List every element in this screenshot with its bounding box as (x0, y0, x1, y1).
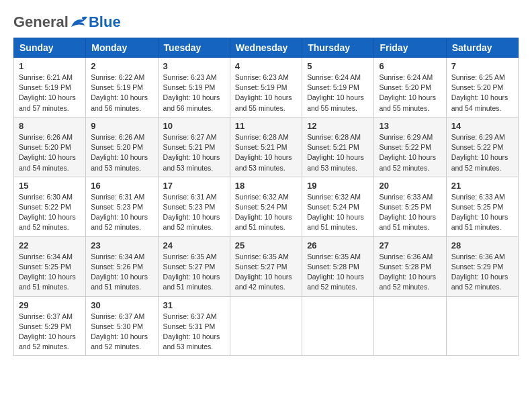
logo-area: General Blue (13, 13, 121, 31)
day-content: Sunrise: 6:33 AMSunset: 5:25 PMDaylight:… (451, 192, 513, 233)
calendar-header-row: SundayMondayTuesdayWednesdayThursdayFrid… (14, 38, 519, 58)
calendar-day-cell: 29 Sunrise: 6:37 AMSunset: 5:29 PMDaylig… (14, 296, 86, 356)
day-number: 27 (379, 240, 441, 250)
weekday-header: Thursday (302, 38, 374, 58)
calendar-table: SundayMondayTuesdayWednesdayThursdayFrid… (13, 38, 519, 356)
calendar-day-cell: 19 Sunrise: 6:32 AMSunset: 5:24 PMDaylig… (302, 177, 374, 236)
calendar-day-cell (230, 296, 302, 356)
calendar-day-cell: 31 Sunrise: 6:37 AMSunset: 5:31 PMDaylig… (158, 296, 230, 356)
header: General Blue (13, 13, 519, 31)
calendar-day-cell (374, 296, 446, 356)
day-content: Sunrise: 6:33 AMSunset: 5:25 PMDaylight:… (379, 192, 441, 233)
weekday-header: Sunday (14, 38, 86, 58)
day-number: 6 (379, 61, 441, 71)
day-number: 23 (91, 240, 152, 250)
day-content: Sunrise: 6:37 AMSunset: 5:30 PMDaylight:… (91, 312, 152, 353)
weekday-header: Wednesday (230, 38, 302, 58)
calendar-day-cell: 5 Sunrise: 6:24 AMSunset: 5:19 PMDayligh… (302, 58, 374, 118)
day-number: 19 (307, 181, 369, 191)
calendar-day-cell: 21 Sunrise: 6:33 AMSunset: 5:25 PMDaylig… (446, 177, 518, 236)
calendar-day-cell: 30 Sunrise: 6:37 AMSunset: 5:30 PMDaylig… (86, 296, 158, 356)
day-content: Sunrise: 6:24 AMSunset: 5:20 PMDaylight:… (379, 73, 441, 113)
day-number: 26 (307, 240, 369, 250)
calendar-day-cell: 22 Sunrise: 6:34 AMSunset: 5:25 PMDaylig… (14, 236, 86, 296)
day-number: 15 (19, 181, 81, 191)
day-content: Sunrise: 6:22 AMSunset: 5:19 PMDaylight:… (91, 73, 152, 113)
calendar-day-cell: 24 Sunrise: 6:35 AMSunset: 5:27 PMDaylig… (158, 236, 230, 296)
calendar-week-row: 29 Sunrise: 6:37 AMSunset: 5:29 PMDaylig… (14, 296, 519, 356)
calendar-day-cell: 12 Sunrise: 6:28 AMSunset: 5:21 PMDaylig… (302, 117, 374, 177)
day-number: 14 (451, 121, 513, 131)
calendar-day-cell: 6 Sunrise: 6:24 AMSunset: 5:20 PMDayligh… (374, 58, 446, 118)
day-number: 11 (235, 121, 297, 131)
day-content: Sunrise: 6:23 AMSunset: 5:19 PMDaylight:… (163, 73, 225, 113)
logo-bird-icon (70, 15, 89, 30)
day-content: Sunrise: 6:31 AMSunset: 5:23 PMDaylight:… (91, 192, 152, 233)
day-number: 16 (91, 181, 152, 191)
calendar-body: 1 Sunrise: 6:21 AMSunset: 5:19 PMDayligh… (14, 58, 519, 356)
logo: General Blue (13, 13, 121, 31)
day-number: 4 (235, 61, 297, 71)
day-number: 2 (91, 61, 152, 71)
day-content: Sunrise: 6:37 AMSunset: 5:29 PMDaylight:… (19, 312, 81, 353)
calendar-day-cell: 11 Sunrise: 6:28 AMSunset: 5:21 PMDaylig… (230, 117, 302, 177)
day-content: Sunrise: 6:21 AMSunset: 5:19 PMDaylight:… (19, 73, 81, 113)
calendar-day-cell: 27 Sunrise: 6:36 AMSunset: 5:28 PMDaylig… (374, 236, 446, 296)
day-number: 9 (91, 121, 152, 131)
calendar-day-cell: 16 Sunrise: 6:31 AMSunset: 5:23 PMDaylig… (86, 177, 158, 236)
calendar-day-cell: 1 Sunrise: 6:21 AMSunset: 5:19 PMDayligh… (14, 58, 86, 118)
calendar-day-cell: 13 Sunrise: 6:29 AMSunset: 5:22 PMDaylig… (374, 117, 446, 177)
calendar-day-cell: 15 Sunrise: 6:30 AMSunset: 5:22 PMDaylig… (14, 177, 86, 236)
calendar-day-cell: 18 Sunrise: 6:32 AMSunset: 5:24 PMDaylig… (230, 177, 302, 236)
day-number: 31 (163, 300, 225, 310)
calendar-day-cell: 8 Sunrise: 6:26 AMSunset: 5:20 PMDayligh… (14, 117, 86, 177)
calendar-day-cell: 20 Sunrise: 6:33 AMSunset: 5:25 PMDaylig… (374, 177, 446, 236)
day-content: Sunrise: 6:27 AMSunset: 5:21 PMDaylight:… (163, 132, 225, 173)
calendar-day-cell: 2 Sunrise: 6:22 AMSunset: 5:19 PMDayligh… (86, 58, 158, 118)
day-number: 5 (307, 61, 369, 71)
calendar-day-cell: 4 Sunrise: 6:23 AMSunset: 5:19 PMDayligh… (230, 58, 302, 118)
day-number: 8 (19, 121, 81, 131)
day-number: 20 (379, 181, 441, 191)
day-number: 25 (235, 240, 297, 250)
calendar-day-cell: 25 Sunrise: 6:35 AMSunset: 5:27 PMDaylig… (230, 236, 302, 296)
day-content: Sunrise: 6:35 AMSunset: 5:28 PMDaylight:… (307, 252, 369, 293)
calendar-day-cell: 9 Sunrise: 6:26 AMSunset: 5:20 PMDayligh… (86, 117, 158, 177)
day-content: Sunrise: 6:23 AMSunset: 5:19 PMDaylight:… (235, 73, 297, 113)
day-content: Sunrise: 6:34 AMSunset: 5:26 PMDaylight:… (91, 252, 152, 293)
day-number: 17 (163, 181, 225, 191)
day-content: Sunrise: 6:35 AMSunset: 5:27 PMDaylight:… (235, 252, 297, 293)
day-number: 7 (451, 61, 513, 71)
day-content: Sunrise: 6:32 AMSunset: 5:24 PMDaylight:… (307, 192, 369, 233)
calendar-day-cell: 23 Sunrise: 6:34 AMSunset: 5:26 PMDaylig… (86, 236, 158, 296)
calendar-day-cell: 28 Sunrise: 6:36 AMSunset: 5:29 PMDaylig… (446, 236, 518, 296)
day-number: 21 (451, 181, 513, 191)
day-content: Sunrise: 6:29 AMSunset: 5:22 PMDaylight:… (379, 132, 441, 173)
day-number: 3 (163, 61, 225, 71)
weekday-header: Tuesday (158, 38, 230, 58)
day-content: Sunrise: 6:28 AMSunset: 5:21 PMDaylight:… (235, 132, 297, 173)
weekday-header: Monday (86, 38, 158, 58)
day-content: Sunrise: 6:31 AMSunset: 5:23 PMDaylight:… (163, 192, 225, 233)
calendar-week-row: 8 Sunrise: 6:26 AMSunset: 5:20 PMDayligh… (14, 117, 519, 177)
logo-general: General (13, 13, 69, 31)
day-content: Sunrise: 6:26 AMSunset: 5:20 PMDaylight:… (19, 132, 81, 173)
calendar-week-row: 22 Sunrise: 6:34 AMSunset: 5:25 PMDaylig… (14, 236, 519, 296)
day-content: Sunrise: 6:35 AMSunset: 5:27 PMDaylight:… (163, 252, 225, 293)
day-content: Sunrise: 6:26 AMSunset: 5:20 PMDaylight:… (91, 132, 152, 173)
calendar-day-cell: 26 Sunrise: 6:35 AMSunset: 5:28 PMDaylig… (302, 236, 374, 296)
calendar-day-cell: 10 Sunrise: 6:27 AMSunset: 5:21 PMDaylig… (158, 117, 230, 177)
calendar-week-row: 1 Sunrise: 6:21 AMSunset: 5:19 PMDayligh… (14, 58, 519, 118)
day-content: Sunrise: 6:30 AMSunset: 5:22 PMDaylight:… (19, 192, 81, 233)
day-content: Sunrise: 6:32 AMSunset: 5:24 PMDaylight:… (235, 192, 297, 233)
day-number: 18 (235, 181, 297, 191)
day-number: 22 (19, 240, 81, 250)
calendar-day-cell: 3 Sunrise: 6:23 AMSunset: 5:19 PMDayligh… (158, 58, 230, 118)
weekday-header: Saturday (446, 38, 518, 58)
calendar-day-cell (446, 296, 518, 356)
logo-blue: Blue (89, 13, 121, 31)
calendar-day-cell (302, 296, 374, 356)
day-content: Sunrise: 6:24 AMSunset: 5:19 PMDaylight:… (307, 73, 369, 113)
day-content: Sunrise: 6:25 AMSunset: 5:20 PMDaylight:… (451, 73, 513, 113)
day-number: 13 (379, 121, 441, 131)
